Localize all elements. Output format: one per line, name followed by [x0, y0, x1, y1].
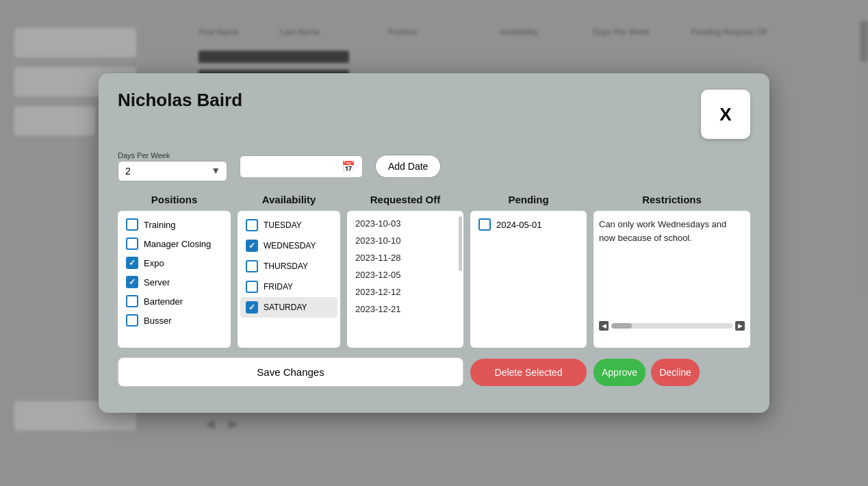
wednesday-label: WEDNESDAY: [264, 241, 316, 251]
saturday-checkbox[interactable]: [246, 301, 258, 314]
restrictions-text: Can only work Wednesdays and now because…: [596, 215, 748, 247]
requested-date-4[interactable]: 2023-12-05: [350, 266, 461, 283]
avail-wednesday[interactable]: WEDNESDAY: [240, 235, 337, 256]
availability-header: Availability: [238, 194, 340, 205]
avail-thursday[interactable]: THURSDAY: [240, 256, 337, 277]
training-label: Training: [144, 220, 175, 230]
busser-label: Busser: [144, 316, 171, 326]
positions-list: Training Manager Closing Expo Server Bar…: [118, 211, 231, 348]
bartender-checkbox[interactable]: [126, 295, 138, 307]
training-checkbox[interactable]: [126, 218, 138, 231]
pending-list: 2024-05-01: [470, 211, 587, 348]
restrictions-box: Can only work Wednesdays and now because…: [593, 211, 750, 348]
modal-title: Nicholas Baird: [118, 90, 242, 111]
saturday-label: SATURDAY: [264, 303, 307, 312]
avail-saturday[interactable]: SATURDAY: [240, 297, 337, 318]
h-scrollbar-track: [611, 323, 732, 329]
tuesday-checkbox[interactable]: [246, 219, 258, 231]
approve-button[interactable]: Approve: [593, 359, 646, 386]
columns-area: Positions Training Manager Closing Expo …: [118, 194, 750, 348]
requested-off-section: Requested Off 2023-10-03 2023-10-10 2023…: [347, 194, 463, 348]
pending-section: Pending 2024-05-01: [470, 194, 587, 348]
requested-date-6[interactable]: 2023-12-21: [350, 300, 461, 318]
bottom-actions: Save Changes Delete Selected Approve Dec…: [118, 357, 750, 394]
server-checkbox[interactable]: [126, 276, 138, 288]
availability-list: TUESDAY WEDNESDAY THURSDAY FRIDAY SATURD…: [238, 211, 340, 348]
avail-friday[interactable]: FRIDAY: [240, 277, 337, 297]
pending-header: Pending: [470, 194, 587, 205]
position-busser[interactable]: Busser: [120, 311, 228, 330]
save-changes-button[interactable]: Save Changes: [118, 357, 463, 387]
positions-header: Positions: [118, 194, 231, 205]
position-server[interactable]: Server: [120, 272, 228, 292]
friday-checkbox[interactable]: [246, 281, 258, 293]
add-date-button[interactable]: Add Date: [375, 155, 441, 178]
position-expo[interactable]: Expo: [120, 253, 228, 272]
manager-closing-label: Manager Closing: [144, 239, 211, 249]
scroll-left-icon[interactable]: ◀: [599, 321, 609, 331]
pending-date-1: 2024-05-01: [496, 220, 542, 230]
days-per-week-label: Days Per Week: [118, 151, 227, 159]
employee-modal: Nicholas Baird X Days Per Week 2 1 3 4 5…: [99, 73, 769, 413]
pending-action-buttons: Approve Decline: [593, 359, 750, 386]
scroll-indicator-requested: [459, 216, 462, 271]
positions-section: Positions Training Manager Closing Expo …: [118, 194, 231, 348]
date-input-wrapper[interactable]: 📅: [240, 155, 363, 178]
days-per-week-wrapper: Days Per Week 2 1 3 4 5 ▼: [118, 151, 227, 181]
restrictions-header: Restrictions: [593, 194, 750, 205]
close-button[interactable]: X: [701, 90, 750, 139]
pending-item-1[interactable]: 2024-05-01: [473, 215, 584, 234]
requested-date-2[interactable]: 2023-10-10: [350, 232, 461, 249]
expo-checkbox[interactable]: [126, 257, 138, 269]
controls-row: Days Per Week 2 1 3 4 5 ▼ 📅 Add Date: [118, 151, 750, 181]
position-bartender[interactable]: Bartender: [120, 292, 228, 311]
friday-label: FRIDAY: [264, 282, 293, 292]
tuesday-label: TUESDAY: [264, 220, 302, 230]
wednesday-checkbox[interactable]: [246, 240, 258, 252]
days-per-week-select[interactable]: 2 1 3 4 5: [118, 161, 227, 181]
delete-selected-button[interactable]: Delete Selected: [470, 359, 587, 386]
requested-off-list: 2023-10-03 2023-10-10 2023-11-28 2023-12…: [347, 211, 463, 348]
requested-date-5[interactable]: 2023-12-12: [350, 283, 461, 300]
restrictions-section: Restrictions Can only work Wednesdays an…: [593, 194, 750, 348]
requested-off-header: Requested Off: [347, 194, 463, 205]
decline-button[interactable]: Decline: [651, 359, 700, 386]
manager-closing-checkbox[interactable]: [126, 238, 138, 250]
position-training[interactable]: Training: [120, 215, 228, 234]
availability-section: Availability TUESDAY WEDNESDAY THURSDAY …: [238, 194, 340, 348]
scroll-right-icon[interactable]: ▶: [735, 321, 745, 331]
requested-date-1[interactable]: 2023-10-03: [350, 215, 461, 232]
calendar-icon[interactable]: 📅: [342, 160, 355, 173]
position-manager-closing[interactable]: Manager Closing: [120, 234, 228, 253]
pending-checkbox-1[interactable]: [478, 218, 491, 231]
thursday-label: THURSDAY: [264, 261, 308, 271]
date-input[interactable]: [247, 161, 336, 172]
busser-checkbox[interactable]: [126, 314, 138, 327]
server-label: Server: [144, 277, 170, 287]
bartender-label: Bartender: [144, 296, 183, 307]
h-scrollbar-thumb: [611, 323, 632, 329]
thursday-checkbox[interactable]: [246, 260, 258, 272]
avail-tuesday[interactable]: TUESDAY: [240, 215, 337, 235]
requested-date-3[interactable]: 2023-11-28: [350, 249, 461, 266]
modal-header: Nicholas Baird X: [118, 90, 750, 139]
expo-label: Expo: [144, 258, 164, 268]
